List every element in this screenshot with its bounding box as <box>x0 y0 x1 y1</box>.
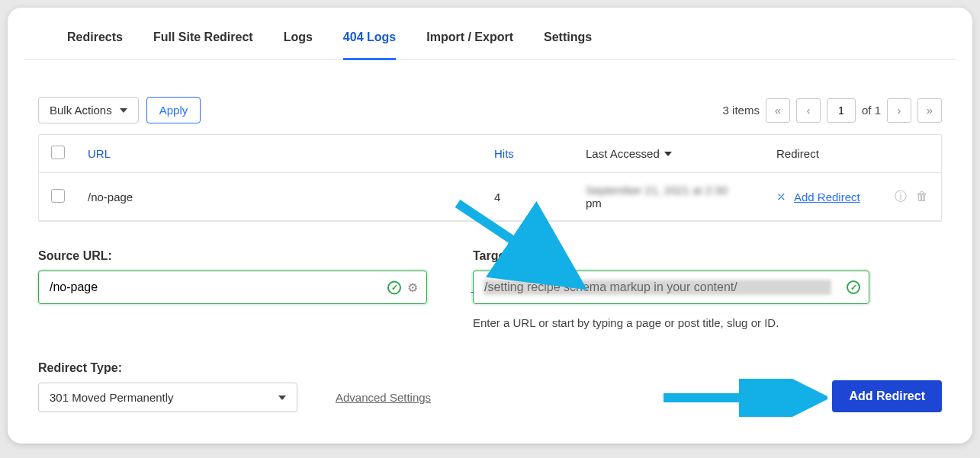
page-input[interactable] <box>827 98 856 123</box>
select-all-checkbox[interactable] <box>51 146 65 159</box>
info-icon[interactable]: ⓘ <box>894 190 908 203</box>
row-url: /no-page <box>88 191 494 203</box>
trash-icon[interactable]: 🗑 <box>915 190 929 203</box>
add-redirect-button[interactable]: Add Redirect <box>832 380 942 412</box>
page-first-button[interactable]: « <box>766 98 790 123</box>
tab-404-logs[interactable]: 404 Logs <box>343 23 396 60</box>
page-last-button[interactable]: » <box>917 98 942 123</box>
page-of-text: of 1 <box>862 104 881 117</box>
tab-settings[interactable]: Settings <box>544 23 592 59</box>
tab-import-export[interactable]: Import / Export <box>426 23 513 59</box>
redirect-form-urls: Source URL: ✓ ⚙ → Target URL: ✓ Enter a … <box>38 249 942 329</box>
bulk-actions-select[interactable]: Bulk Actions <box>38 97 139 123</box>
tab-bar: Redirects Full Site Redirect Logs 404 Lo… <box>24 23 956 60</box>
target-url-label: Target URL: <box>473 249 869 263</box>
annotation-arrow <box>660 379 827 417</box>
target-url-hint: Enter a URL or start by typing a page or… <box>473 316 869 329</box>
column-last-accessed[interactable]: Last Accessed <box>586 147 776 160</box>
page-prev-button[interactable]: ‹ <box>796 98 821 123</box>
toolbar: Bulk Actions Apply 3 items « ‹ of 1 › » <box>8 97 972 123</box>
gear-icon[interactable]: ⚙ <box>407 280 418 295</box>
items-count: 3 items <box>723 104 760 117</box>
advanced-settings-link[interactable]: Advanced Settings <box>336 391 431 404</box>
bulk-actions-label: Bulk Actions <box>50 104 112 117</box>
add-redirect-link[interactable]: Add Redirect <box>794 191 860 203</box>
column-hits[interactable]: Hits <box>494 147 586 160</box>
chevron-down-icon <box>278 396 286 400</box>
app-card: Redirects Full Site Redirect Logs 404 Lo… <box>8 8 972 444</box>
pagination: 3 items « ‹ of 1 › » <box>723 98 942 123</box>
redirect-type-select[interactable]: 301 Moved Permanently <box>38 383 297 412</box>
apply-button[interactable]: Apply <box>146 97 201 123</box>
shuffle-icon: ⤫ <box>776 190 786 203</box>
source-url-input[interactable] <box>38 271 427 304</box>
row-last-accessed-line1: September 21, 2021 at 2:30 <box>586 184 776 197</box>
tab-logs[interactable]: Logs <box>284 23 313 59</box>
page-next-button[interactable]: › <box>887 98 911 123</box>
row-hits: 4 <box>494 191 586 203</box>
redirect-form-type: Redirect Type: 301 Moved Permanently Adv… <box>38 361 942 412</box>
tab-redirects[interactable]: Redirects <box>67 23 123 59</box>
source-url-label: Source URL: <box>38 249 427 263</box>
log-table: URL Hits Last Accessed Redirect /no-page… <box>38 134 942 222</box>
toolbar-left: Bulk Actions Apply <box>38 97 201 123</box>
table-row: /no-page 4 September 21, 2021 at 2:30 pm… <box>39 173 941 221</box>
redirect-type-value: 301 Moved Permanently <box>50 391 174 404</box>
column-redirect: Redirect <box>776 147 929 160</box>
check-circle-icon: ✓ <box>847 280 860 294</box>
chevron-down-icon <box>120 108 127 113</box>
row-last-accessed-line2: pm <box>586 197 776 210</box>
tab-full-site-redirect[interactable]: Full Site Redirect <box>153 23 253 59</box>
check-circle-icon: ✓ <box>387 280 401 294</box>
table-header: URL Hits Last Accessed Redirect <box>39 135 941 173</box>
redirect-type-label: Redirect Type: <box>38 361 431 375</box>
row-checkbox[interactable] <box>51 189 65 203</box>
column-url[interactable]: URL <box>88 147 494 160</box>
sort-desc-icon <box>664 152 672 156</box>
